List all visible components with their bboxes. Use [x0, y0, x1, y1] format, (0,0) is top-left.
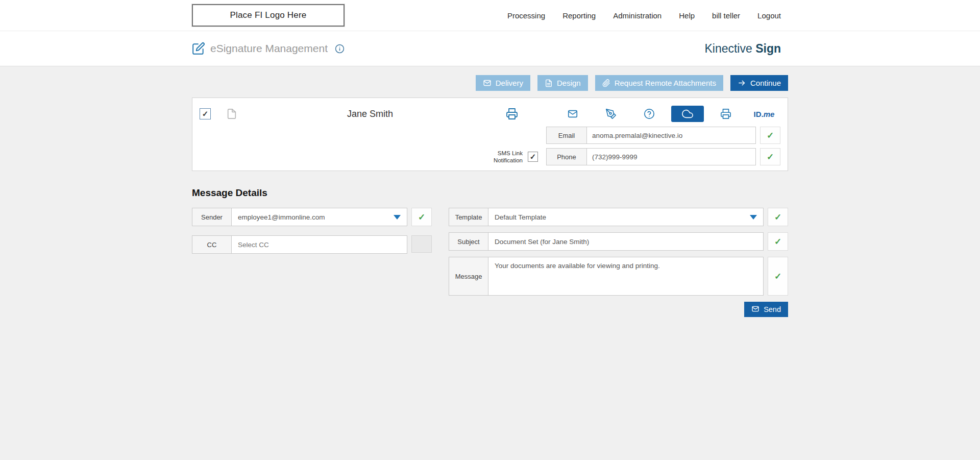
- paperclip-icon: [602, 79, 610, 87]
- nav-processing[interactable]: Processing: [507, 11, 545, 20]
- cc-input[interactable]: [231, 235, 407, 254]
- esignature-pen-icon[interactable]: [595, 106, 627, 122]
- help-question-icon[interactable]: [633, 106, 666, 122]
- document-file-icon: [226, 108, 237, 119]
- email-label: Email: [546, 127, 587, 144]
- top-bar: Place FI Logo Here Processing Reporting …: [0, 0, 980, 31]
- sender-value: employee1@immonline.com: [238, 213, 325, 221]
- message-details-left-column: Sender employee1@immonline.com CC: [192, 208, 432, 254]
- nav-user-bill-teller[interactable]: bill teller: [712, 11, 740, 20]
- phone-input[interactable]: [586, 148, 756, 165]
- cc-label: CC: [192, 235, 232, 254]
- subject-input[interactable]: [488, 232, 764, 251]
- subject-label: Subject: [449, 232, 488, 251]
- send-button[interactable]: Send: [744, 302, 788, 317]
- cc-validation-box: [411, 235, 432, 253]
- subject-valid-check-icon: [768, 232, 788, 251]
- action-toolbar: Delivery Design Request Remote Attachmen…: [192, 75, 788, 91]
- message-valid-check-icon: [768, 257, 788, 296]
- document-icon: [545, 79, 553, 87]
- recipient-checkbox[interactable]: [200, 108, 211, 119]
- remote-cloud-delivery-icon[interactable]: [671, 106, 704, 122]
- send-envelope-icon: [751, 305, 760, 314]
- nav-logout[interactable]: Logout: [757, 11, 781, 20]
- design-button[interactable]: Design: [537, 75, 588, 91]
- sms-link-notification-label: SMS Link Notification: [493, 150, 523, 164]
- continue-button[interactable]: Continue: [730, 75, 788, 91]
- template-label: Template: [449, 208, 488, 226]
- chevron-down-icon: [394, 215, 401, 220]
- main-content: Delivery Design Request Remote Attachmen…: [0, 66, 980, 460]
- idme-logo[interactable]: ID.me: [748, 106, 780, 122]
- sender-label: Sender: [192, 208, 232, 226]
- template-value: Default Template: [495, 213, 546, 221]
- request-remote-attachments-button[interactable]: Request Remote Attachments: [595, 75, 723, 91]
- template-dropdown[interactable]: Default Template: [488, 208, 764, 226]
- phone-label: Phone: [546, 148, 587, 165]
- message-details-right-column: Template Default Template Subject Messag…: [449, 208, 788, 317]
- recipient-name: Jane Smith: [347, 109, 393, 119]
- sender-dropdown[interactable]: employee1@immonline.com: [231, 208, 407, 226]
- message-textarea[interactable]: Your documents are available for viewing…: [488, 257, 764, 296]
- message-details-heading: Message Details: [192, 187, 788, 199]
- nav-reporting[interactable]: Reporting: [562, 11, 596, 20]
- envelope-icon: [483, 79, 492, 87]
- message-label: Message: [449, 257, 488, 296]
- top-navigation: Processing Reporting Administration Help…: [507, 11, 788, 20]
- sub-header: eSignature Management Kinective Sign: [0, 31, 980, 66]
- template-valid-check-icon: [768, 208, 788, 226]
- print-delivery-icon[interactable]: [709, 106, 742, 122]
- chevron-down-icon: [750, 215, 757, 220]
- email-delivery-icon[interactable]: [556, 106, 589, 122]
- nav-administration[interactable]: Administration: [613, 11, 662, 20]
- printer-icon[interactable]: [506, 108, 518, 120]
- email-input[interactable]: [586, 127, 756, 144]
- page-title: eSignature Management: [210, 42, 328, 55]
- delivery-button[interactable]: Delivery: [476, 75, 530, 91]
- sender-valid-check-icon: [411, 208, 432, 226]
- phone-valid-check-icon: [760, 148, 780, 165]
- info-icon[interactable]: [335, 44, 345, 54]
- delivery-method-icons: ID.me: [556, 106, 780, 122]
- sms-notification-checkbox[interactable]: [528, 152, 538, 162]
- recipient-card: Jane Smith: [192, 98, 788, 171]
- nav-help[interactable]: Help: [679, 11, 695, 20]
- arrow-right-icon: [738, 79, 746, 87]
- fi-logo-placeholder: Place FI Logo Here: [192, 4, 345, 27]
- kinective-sign-logo: Kinective Sign: [704, 42, 788, 56]
- email-valid-check-icon: [760, 127, 780, 144]
- esignature-document-icon: [192, 42, 205, 55]
